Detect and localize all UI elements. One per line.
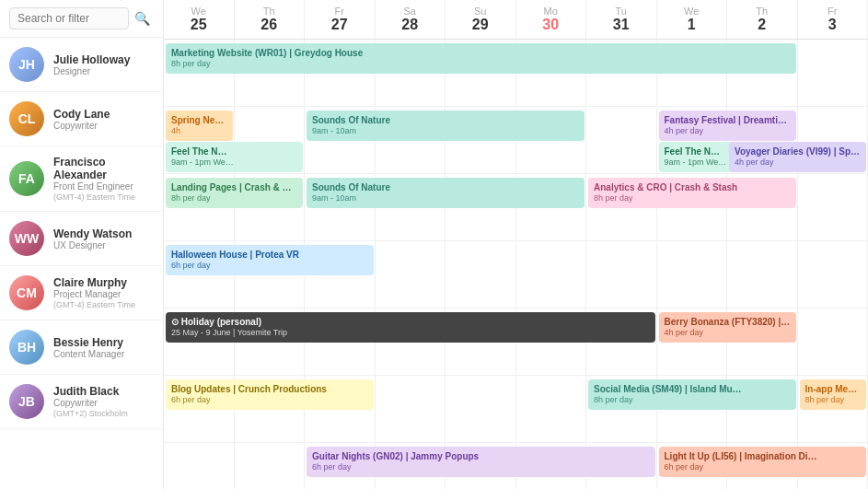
event-sub: 6h per day (171, 261, 368, 272)
event-judith-7[interactable]: Light It Up (LI56) | Imagination Di… 6h … (659, 447, 867, 477)
event-sub: 9am - 10am (312, 126, 579, 137)
cell-wendy-6[interactable] (586, 241, 657, 308)
event-cody-2[interactable]: Sounds Of Nature 9am - 10am (307, 111, 584, 141)
event-julie-0[interactable]: Marketing Website (WR01) | Greydog House… (166, 43, 796, 74)
person-role-julie: Designer (53, 66, 130, 76)
day-name-3: Sa (376, 6, 446, 17)
event-francisco-6[interactable]: Analytics & CRO | Crash & Stash 8h per d… (588, 178, 796, 208)
cell-bessie-5[interactable] (516, 376, 587, 442)
cell-claire-9[interactable] (798, 309, 869, 375)
cell-judith-0[interactable] (164, 443, 235, 489)
event-cody-7[interactable]: Fantasy Festival | Dreamtime Fields 4h p… (659, 111, 796, 141)
avatar-cody: CL (9, 101, 44, 136)
person-item-francisco[interactable]: FA Francisco Alexander Front End Enginee… (0, 146, 163, 212)
header-day-5: Mo 30 (516, 0, 587, 39)
header-day-0: We 25 (164, 0, 235, 39)
search-icon[interactable]: 🔍 (134, 11, 150, 26)
event-bessie-6[interactable]: Social Media (SM49) | Island Mu… 8h per … (588, 379, 796, 410)
avatar-francisco: FA (9, 161, 44, 196)
event-title: Sounds Of Nature (312, 181, 579, 193)
person-name-wendy: Wendy Watson (53, 227, 132, 240)
person-tz-francisco: (GMT-4) Eastern Time (53, 192, 154, 202)
event-wendy-0[interactable]: Halloween House | Protea VR 6h per day (166, 245, 374, 275)
person-role-claire: Project Manager (53, 289, 135, 299)
day-num-5: 30 (516, 17, 586, 33)
cell-cody-6[interactable] (586, 107, 657, 173)
event-title: Landing Pages | Crash & Stash (171, 181, 297, 193)
person-item-wendy[interactable]: WW Wendy Watson UX Designer (0, 212, 163, 266)
person-name-cody: Cody Lane (53, 108, 110, 121)
event-sub: 6h per day (171, 395, 368, 406)
person-item-bessie[interactable]: BH Bessie Henry Content Manager (0, 320, 163, 375)
person-name-bessie: Bessie Henry (53, 336, 124, 349)
event-cody-0[interactable]: Spring Newslett… 4h (166, 111, 233, 141)
event-sub: 4h per day (735, 157, 861, 169)
event-cody-0[interactable]: Feel The N… 9am - 1pm We… (166, 142, 303, 172)
cal-row-francisco: Landing Pages | Crash & Stash 8h per day… (164, 174, 868, 241)
event-title: Berry Bonanza (FTY3820) | Frooty (665, 316, 791, 328)
header-day-4: Su 29 (446, 0, 516, 39)
cell-julie-9[interactable] (798, 40, 869, 106)
day-name-9: Fr (798, 6, 868, 17)
person-name-judith: Judith Black (53, 385, 128, 398)
person-tz-judith: (GMT+2) Stockholm (53, 409, 128, 418)
person-info-judith: Judith Black Copywriter (GMT+2) Stockhol… (53, 385, 128, 418)
event-bessie-9[interactable]: In-app Messagi… 8h per day (800, 379, 867, 410)
event-claire-0[interactable]: ⊙ Holiday (personal) 25 May - 9 June | Y… (166, 312, 655, 343)
event-francisco-0[interactable]: Landing Pages | Crash & Stash 8h per day (166, 178, 303, 208)
cell-wendy-3[interactable] (376, 241, 446, 308)
search-bar: 🔍 (0, 0, 163, 38)
event-sub: 9am - 10am (312, 193, 579, 204)
cell-judith-1[interactable] (235, 443, 306, 489)
cell-wendy-5[interactable] (516, 241, 587, 308)
event-title: Spring Newslett… (171, 114, 227, 126)
person-name-julie: Julie Holloway (53, 53, 130, 66)
event-sub: 6h per day (312, 462, 650, 473)
cal-row-judith: Guitar Nights (GN02) | Jammy Popups 6h p… (164, 443, 868, 489)
cell-wendy-4[interactable] (446, 241, 516, 308)
event-sub: 4h per day (665, 126, 791, 137)
event-cody-8[interactable]: Voyager Diaries (VI99) | Space Po… 4h pe… (729, 142, 866, 172)
person-info-francisco: Francisco Alexander Front End Engineer (… (53, 156, 154, 202)
event-francisco-2[interactable]: Sounds Of Nature 9am - 10am (307, 178, 584, 208)
event-title: Light It Up (LI56) | Imagination Di… (665, 450, 862, 462)
search-input[interactable] (9, 7, 129, 29)
header-day-7: We 1 (657, 0, 728, 39)
day-name-0: We (164, 6, 234, 17)
person-role-cody: Copywriter (53, 121, 110, 131)
cal-row-julie: Marketing Website (WR01) | Greydog House… (164, 40, 868, 107)
event-title: Marketing Website (WR01) | Greydog House (171, 47, 791, 59)
cell-francisco-9[interactable] (798, 174, 869, 240)
day-name-1: Th (235, 6, 305, 17)
person-item-julie[interactable]: JH Julie Holloway Designer (0, 38, 163, 92)
event-sub: 8h per day (594, 193, 791, 204)
person-info-claire: Claire Murphy Project Manager (GMT-4) Ea… (53, 276, 135, 309)
event-title: Social Media (SM49) | Island Mu… (594, 383, 791, 395)
person-role-bessie: Content Manager (53, 349, 124, 359)
cal-row-bessie: Blog Updates | Crunch Productions 6h per… (164, 376, 868, 443)
day-name-2: Fr (305, 6, 375, 17)
event-sub: 8h per day (805, 395, 862, 406)
cell-wendy-9[interactable] (798, 241, 869, 308)
event-judith-2[interactable]: Guitar Nights (GN02) | Jammy Popups 6h p… (307, 447, 655, 477)
cell-wendy-8[interactable] (727, 241, 798, 308)
event-title: Analytics & CRO | Crash & Stash (594, 181, 791, 193)
cell-bessie-3[interactable] (376, 376, 446, 442)
cell-bessie-4[interactable] (446, 376, 516, 442)
event-sub: 25 May - 9 June | Yosemite Trip (171, 328, 650, 339)
event-title: Voyager Diaries (VI99) | Space Po… (735, 146, 861, 157)
event-claire-7[interactable]: Berry Bonanza (FTY3820) | Frooty 4h per … (659, 312, 796, 343)
person-item-claire[interactable]: CM Claire Murphy Project Manager (GMT-4)… (0, 266, 163, 320)
event-bessie-0[interactable]: Blog Updates | Crunch Productions 6h per… (166, 379, 374, 410)
header-day-2: Fr 27 (305, 0, 376, 39)
cell-wendy-7[interactable] (657, 241, 728, 308)
person-item-cody[interactable]: CL Cody Lane Copywriter (0, 92, 163, 146)
cal-row-wendy: Halloween House | Protea VR 6h per day (164, 241, 868, 309)
day-name-7: We (657, 6, 727, 17)
event-title: Guitar Nights (GN02) | Jammy Popups (312, 450, 650, 462)
person-list: JH Julie Holloway Designer CL Cody Lane … (0, 38, 163, 489)
cal-row-cody: Spring Newslett… 4h Sounds Of Nature 9am… (164, 107, 868, 174)
event-sub: 9am - 1pm We… (171, 157, 297, 169)
person-item-judith[interactable]: JB Judith Black Copywriter (GMT+2) Stock… (0, 375, 163, 429)
event-title: Sounds Of Nature (312, 114, 579, 126)
